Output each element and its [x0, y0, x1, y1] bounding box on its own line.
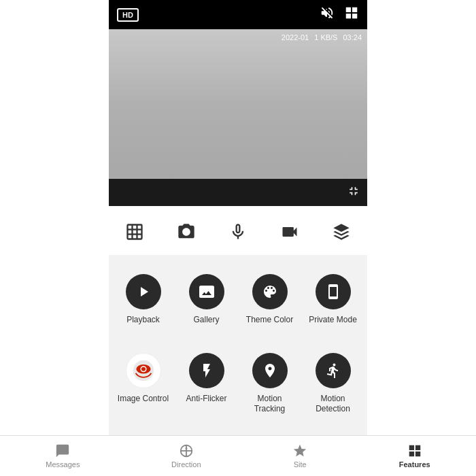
- nav-features[interactable]: Features: [391, 441, 439, 471]
- app-container: HD 2022-01 1 KB/S: [0, 0, 476, 476]
- private-label: Private Mode: [309, 315, 357, 326]
- mute-icon[interactable]: [320, 5, 335, 24]
- playback-label: Playback: [126, 315, 160, 326]
- motion-detection-icon: [316, 353, 351, 388]
- playback-icon: [126, 274, 161, 309]
- mic-btn[interactable]: [223, 217, 253, 247]
- anti-flicker-label: Anti-Flicker: [186, 394, 226, 405]
- snapshot-btn[interactable]: [171, 217, 201, 247]
- nav-direction[interactable]: Direction: [163, 441, 209, 471]
- record-btn[interactable]: [275, 217, 305, 247]
- motion-detection-label: Motion Detection: [307, 394, 359, 415]
- nav-site-label: Site: [294, 460, 307, 469]
- video-player: HD 2022-01 1 KB/S: [109, 0, 367, 206]
- fullscreen-btn[interactable]: [120, 217, 150, 247]
- image-control-icon: [126, 353, 161, 388]
- nav-messages[interactable]: Messages: [37, 441, 88, 471]
- menu-item-theme[interactable]: Theme Color: [241, 266, 299, 334]
- video-top-bar: HD: [109, 0, 367, 29]
- motion-tracking-label: Motion Tracking: [243, 394, 296, 415]
- private-icon: [316, 274, 351, 309]
- video-bottom-bar: [109, 179, 367, 206]
- menu-item-motion-tracking[interactable]: Motion Tracking: [241, 345, 299, 423]
- nav-direction-label: Direction: [171, 460, 201, 469]
- speed-label: 1 KB/S: [314, 33, 337, 41]
- menu-item-playback[interactable]: Playback: [114, 266, 172, 334]
- nav-messages-label: Messages: [46, 460, 80, 469]
- top-icons: [320, 5, 359, 24]
- motion-tracking-icon: [252, 353, 288, 388]
- screen-layout-icon[interactable]: [344, 5, 359, 24]
- nav-site[interactable]: Site: [284, 441, 316, 471]
- controls-row: [109, 206, 367, 255]
- theme-label: Theme Color: [246, 315, 293, 326]
- menu-grid-bottom: Image Control Anti-Flicker Motion: [109, 345, 367, 423]
- svg-point-8: [141, 367, 145, 371]
- menu-item-anti-flicker[interactable]: Anti-Flicker: [177, 345, 235, 423]
- shrink-icon[interactable]: [347, 184, 360, 201]
- menu-item-motion-detection[interactable]: Motion Detection: [304, 345, 362, 423]
- menu-item-private[interactable]: Private Mode: [304, 266, 362, 334]
- video-frame: 2022-01 1 KB/S 03:24: [109, 29, 367, 179]
- menu-item-image-control[interactable]: Image Control: [114, 345, 172, 423]
- timestamp-label: 2022-01: [282, 33, 309, 41]
- image-control-label: Image Control: [118, 394, 169, 405]
- hd-badge[interactable]: HD: [117, 8, 139, 22]
- menu-item-gallery[interactable]: Gallery: [177, 266, 235, 334]
- menu-grid-top: Playback Gallery Theme Color: [109, 266, 367, 334]
- bottom-nav: Messages Direction Site Features: [0, 435, 476, 476]
- nav-features-label: Features: [399, 460, 430, 469]
- time-label: 03:24: [343, 33, 362, 41]
- svg-rect-0: [128, 225, 142, 239]
- theme-icon: [252, 274, 288, 309]
- more-btn[interactable]: [326, 217, 356, 247]
- gallery-icon: [189, 274, 224, 309]
- gallery-label: Gallery: [193, 315, 219, 326]
- video-overlay-info: 2022-01 1 KB/S 03:24: [282, 33, 362, 41]
- anti-flicker-icon: [189, 353, 224, 388]
